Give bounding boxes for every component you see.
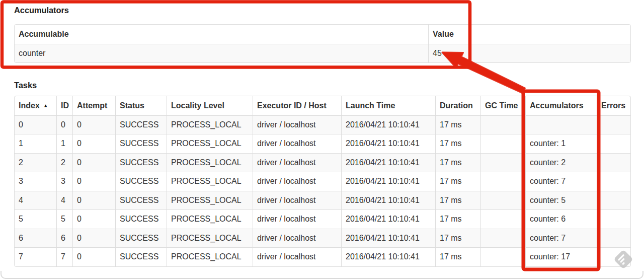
cell-executor-id-host: driver / localhost <box>253 229 341 248</box>
cell-id: 4 <box>56 191 72 210</box>
column-header-gc-time[interactable]: GC Time <box>480 96 525 115</box>
cell-errors <box>597 209 630 229</box>
cell-accumulators: counter: 1 <box>525 134 597 153</box>
table-row: counter 45 <box>15 44 630 63</box>
cell-errors <box>597 191 630 210</box>
cell-locality-level: PROCESS_LOCAL <box>167 115 253 134</box>
cell-launch-time: 2016/04/21 10:10:41 <box>341 172 435 191</box>
cell-status: SUCCESS <box>115 115 167 134</box>
column-header-accumulable: Accumulable <box>15 25 428 44</box>
cell-id: 0 <box>56 115 72 134</box>
cell-duration: 17 ms <box>435 172 480 191</box>
cell-locality-level: PROCESS_LOCAL <box>167 134 253 153</box>
cell-duration: 17 ms <box>435 191 480 210</box>
cell-launch-time: 2016/04/21 10:10:41 <box>341 134 435 153</box>
column-header-executor-id-host[interactable]: Executor ID / Host <box>253 96 341 115</box>
accumulators-heading: Accumulators <box>14 5 69 16</box>
cell-duration: 17 ms <box>435 209 480 229</box>
cell-index: 3 <box>15 172 56 191</box>
accumulators-table: Accumulable Value counter 45 <box>14 24 631 63</box>
cell-attempt: 0 <box>72 209 115 229</box>
cell-locality-level: PROCESS_LOCAL <box>167 229 253 248</box>
column-header-launch-time[interactable]: Launch Time <box>341 96 435 115</box>
column-header-accumulators[interactable]: Accumulators <box>525 96 597 115</box>
column-header-duration[interactable]: Duration <box>435 96 480 115</box>
cell-locality-level: PROCESS_LOCAL <box>167 191 253 210</box>
cell-duration: 17 ms <box>435 153 480 172</box>
column-header-value: Value <box>428 25 630 44</box>
cell-accumulable: counter <box>15 44 428 63</box>
cell-duration: 17 ms <box>435 247 480 266</box>
sort-ascending-icon: ▲ <box>43 103 48 108</box>
cell-executor-id-host: driver / localhost <box>253 172 341 191</box>
cell-attempt: 0 <box>72 134 115 153</box>
table-row: 110SUCCESSPROCESS_LOCALdriver / localhos… <box>15 134 630 153</box>
cell-id: 3 <box>56 172 72 191</box>
cell-id: 1 <box>56 134 72 153</box>
cell-id: 6 <box>56 229 72 248</box>
cell-accumulators: counter: 7 <box>525 172 597 191</box>
cell-index: 1 <box>15 134 56 153</box>
cell-launch-time: 2016/04/21 10:10:41 <box>341 115 435 134</box>
spark-stage-details-page: Accumulators Accumulable Value counter 4… <box>0 0 644 280</box>
cell-index: 0 <box>15 115 56 134</box>
table-row: 770SUCCESSPROCESS_LOCALdriver / localhos… <box>15 247 630 266</box>
cell-accumulators <box>525 115 597 134</box>
table-row: 000SUCCESSPROCESS_LOCALdriver / localhos… <box>15 115 630 134</box>
cell-attempt: 0 <box>72 247 115 266</box>
cell-id: 2 <box>56 153 72 172</box>
cell-errors <box>597 134 630 153</box>
table-row: 660SUCCESSPROCESS_LOCALdriver / localhos… <box>15 229 630 248</box>
cell-duration: 17 ms <box>435 134 480 153</box>
cell-index: 6 <box>15 229 56 248</box>
cell-gc-time <box>480 134 525 153</box>
accumulators-header-row: Accumulable Value <box>15 25 630 44</box>
tasks-header-row: Index▲ ID Attempt Status Locality Level … <box>15 96 630 115</box>
cell-id: 5 <box>56 209 72 229</box>
column-header-errors[interactable]: Errors <box>597 96 630 115</box>
cell-gc-time <box>480 191 525 210</box>
cell-status: SUCCESS <box>115 153 167 172</box>
cell-gc-time <box>480 153 525 172</box>
cell-accumulators: counter: 6 <box>525 209 597 229</box>
cell-gc-time <box>480 172 525 191</box>
cell-index: 7 <box>15 247 56 266</box>
cell-locality-level: PROCESS_LOCAL <box>167 153 253 172</box>
cell-launch-time: 2016/04/21 10:10:41 <box>341 191 435 210</box>
cell-index: 4 <box>15 191 56 210</box>
cell-status: SUCCESS <box>115 229 167 248</box>
cell-errors <box>597 153 630 172</box>
table-row: 550SUCCESSPROCESS_LOCALdriver / localhos… <box>15 209 630 229</box>
cell-attempt: 0 <box>72 172 115 191</box>
column-header-status[interactable]: Status <box>115 96 167 115</box>
cell-accumulators: counter: 2 <box>525 153 597 172</box>
cell-locality-level: PROCESS_LOCAL <box>167 247 253 266</box>
tasks-heading: Tasks <box>14 80 37 91</box>
cell-status: SUCCESS <box>115 172 167 191</box>
cell-launch-time: 2016/04/21 10:10:41 <box>341 153 435 172</box>
table-row: 330SUCCESSPROCESS_LOCALdriver / localhos… <box>15 172 630 191</box>
cell-attempt: 0 <box>72 153 115 172</box>
column-header-id[interactable]: ID <box>56 96 72 115</box>
cell-executor-id-host: driver / localhost <box>253 153 341 172</box>
column-header-locality-level[interactable]: Locality Level <box>167 96 253 115</box>
cell-errors <box>597 172 630 191</box>
cell-gc-time <box>480 115 525 134</box>
cell-attempt: 0 <box>72 229 115 248</box>
cell-duration: 17 ms <box>435 115 480 134</box>
cell-errors <box>597 229 630 248</box>
column-header-index[interactable]: Index▲ <box>15 96 56 115</box>
cell-executor-id-host: driver / localhost <box>253 191 341 210</box>
cell-launch-time: 2016/04/21 10:10:41 <box>341 247 435 266</box>
cell-errors <box>597 247 630 266</box>
cell-id: 7 <box>56 247 72 266</box>
cell-index: 2 <box>15 153 56 172</box>
column-header-attempt[interactable]: Attempt <box>72 96 115 115</box>
cell-launch-time: 2016/04/21 10:10:41 <box>341 209 435 229</box>
cell-locality-level: PROCESS_LOCAL <box>167 209 253 229</box>
cell-accumulators: counter: 17 <box>525 247 597 266</box>
table-row: 220SUCCESSPROCESS_LOCALdriver / localhos… <box>15 153 630 172</box>
cell-gc-time <box>480 247 525 266</box>
cell-accumulators: counter: 7 <box>525 229 597 248</box>
cell-status: SUCCESS <box>115 134 167 153</box>
